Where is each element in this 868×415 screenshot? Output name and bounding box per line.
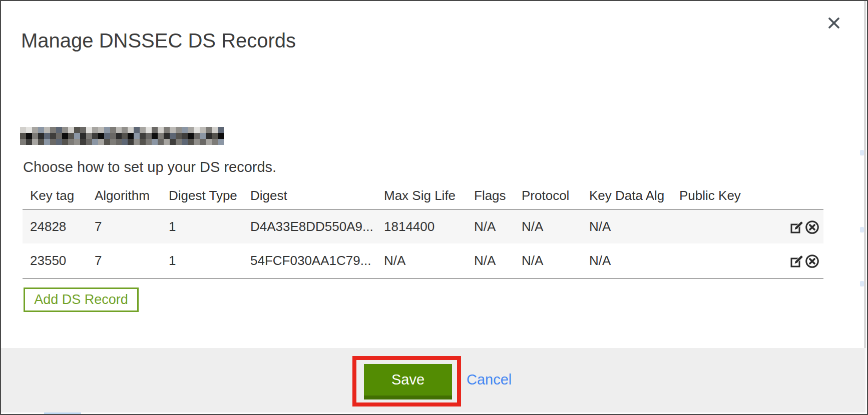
cell-key-tag: 24828 — [23, 210, 95, 244]
cell-digest: D4A33E8DD550A9... — [250, 210, 384, 244]
col-header-flags: Flags — [474, 182, 522, 210]
cell-flags: N/A — [474, 210, 522, 244]
cell-flags: N/A — [474, 244, 522, 278]
delete-record-button[interactable] — [805, 254, 819, 268]
cell-key-data-alg: N/A — [589, 210, 679, 244]
save-button[interactable]: Save — [364, 364, 452, 400]
cell-public-key — [679, 210, 788, 244]
cell-protocol: N/A — [522, 210, 589, 244]
close-icon — [826, 15, 842, 31]
ds-records-table: Key tag Algorithm Digest Type Digest Max… — [23, 182, 823, 279]
edit-icon — [789, 220, 804, 234]
cell-key-data-alg: N/A — [589, 244, 679, 278]
manage-dnssec-dialog: Manage DNSSEC DS Records Choose how to s… — [1, 1, 865, 412]
page-behind-content-fragment — [860, 150, 864, 156]
cancel-link[interactable]: Cancel — [467, 372, 512, 388]
dialog-footer: Save Cancel — [1, 348, 865, 412]
cell-actions — [788, 210, 823, 244]
col-header-algorithm: Algorithm — [95, 182, 169, 210]
cell-public-key — [679, 244, 788, 278]
cell-key-tag: 23550 — [23, 244, 95, 278]
cell-digest-type: 1 — [169, 210, 250, 244]
cell-actions — [788, 244, 823, 278]
edit-icon — [789, 254, 804, 268]
cell-digest-type: 1 — [169, 244, 250, 278]
cell-protocol: N/A — [522, 244, 589, 278]
edit-record-button[interactable] — [789, 220, 804, 234]
col-header-max-sig-life: Max Sig Life — [384, 182, 474, 210]
add-ds-record-button[interactable]: Add DS Record — [24, 288, 139, 312]
delete-record-button[interactable] — [805, 220, 819, 234]
table-row: 23550 7 1 54FCF030AA1C79... N/A N/A N/A … — [23, 244, 823, 278]
dialog-title: Manage DNSSEC DS Records — [21, 30, 296, 52]
cell-algorithm: 7 — [95, 210, 169, 244]
cell-max-sig-life: 1814400 — [384, 210, 474, 244]
col-header-digest: Digest — [250, 182, 384, 210]
col-header-digest-type: Digest Type — [169, 182, 250, 210]
col-header-key-data-alg: Key Data Alg — [589, 182, 679, 210]
page-behind-content-fragment — [860, 227, 864, 232]
table-row: 24828 7 1 D4A33E8DD550A9... 1814400 N/A … — [23, 210, 823, 244]
delete-icon — [805, 254, 819, 268]
page-behind-content-fragment — [860, 281, 864, 286]
redaction-pixel-row — [20, 139, 224, 145]
col-header-protocol: Protocol — [522, 182, 589, 210]
close-button[interactable] — [824, 13, 844, 33]
col-header-public-key: Public Key — [679, 182, 788, 210]
cell-max-sig-life: N/A — [384, 244, 474, 278]
table-header-row: Key tag Algorithm Digest Type Digest Max… — [23, 182, 823, 210]
instruction-text: Choose how to set up your DS records. — [23, 159, 276, 176]
cell-digest: 54FCF030AA1C79... — [250, 244, 384, 278]
col-header-actions — [788, 182, 823, 210]
redaction-pixel-row — [20, 133, 224, 139]
screenshot-frame: Manage DNSSEC DS Records Choose how to s… — [0, 0, 868, 415]
edit-record-button[interactable] — [789, 254, 804, 268]
col-header-key-tag: Key tag — [23, 182, 95, 210]
cell-algorithm: 7 — [95, 244, 169, 278]
redaction-pixel-row — [20, 127, 224, 133]
redacted-domain-name — [20, 127, 224, 145]
delete-icon — [805, 220, 819, 234]
